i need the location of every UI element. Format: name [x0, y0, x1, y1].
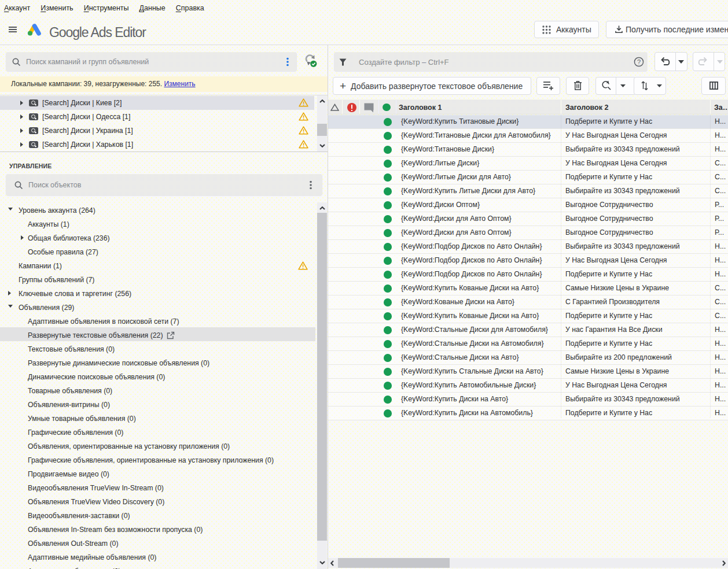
svg-text:?: ?	[637, 58, 641, 65]
